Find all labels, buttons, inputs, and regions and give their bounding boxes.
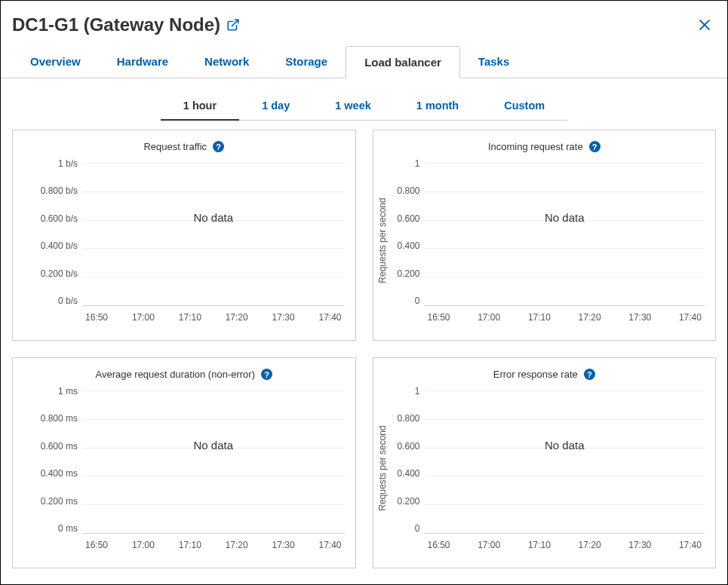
tab-storage[interactable]: Storage	[267, 46, 346, 78]
svg-line-0	[232, 20, 238, 26]
main-tabs: Overview Hardware Network Storage Load b…	[1, 46, 727, 78]
help-icon[interactable]: ?	[589, 141, 601, 152]
chart-incoming-request-rate: Incoming request rate ? Requests per sec…	[373, 130, 717, 341]
chart-title: Incoming request rate	[488, 141, 583, 152]
help-icon[interactable]: ?	[213, 141, 224, 152]
grid: No data	[82, 163, 345, 306]
y-tick: 0.400 ms	[34, 468, 78, 479]
x-tick: 17:40	[318, 540, 341, 550]
y-tick: 0.200 b/s	[34, 268, 78, 279]
x-axis-ticks: 16:50 17:00 17:10 17:20 17:30 17:40	[82, 540, 345, 550]
x-tick: 17:00	[478, 540, 500, 550]
chart-title: Request traffic	[143, 141, 207, 152]
range-1-day[interactable]: 1 day	[239, 92, 312, 120]
x-tick: 17:20	[226, 312, 248, 323]
external-link-icon[interactable]	[226, 18, 240, 32]
y-tick: 0	[398, 296, 420, 306]
x-tick: 17:40	[679, 312, 702, 323]
x-axis-ticks: 16:50 17:00 17:10 17:20 17:30 17:40	[425, 540, 705, 550]
x-tick: 17:10	[179, 540, 201, 550]
title-wrap: DC1-G1 (Gateway Node)	[12, 14, 240, 35]
x-tick: 16:50	[85, 540, 108, 550]
tab-network[interactable]: Network	[186, 46, 267, 78]
grid: No data	[425, 391, 705, 534]
y-axis-ticks: 1 0.800 0.600 0.400 0.200 0	[398, 158, 420, 306]
y-axis-ticks: 1 ms 0.800 ms 0.600 ms 0.400 ms 0.200 ms…	[34, 386, 78, 534]
y-tick: 0.800	[398, 413, 420, 424]
x-tick: 17:20	[579, 540, 601, 550]
x-tick: 17:20	[226, 540, 248, 550]
plot-area: 1 b/s 0.800 b/s 0.600 b/s 0.400 b/s 0.20…	[34, 158, 345, 323]
tab-hardware[interactable]: Hardware	[99, 46, 186, 78]
y-tick: 1 ms	[34, 386, 78, 397]
y-tick: 0.600 b/s	[34, 213, 78, 224]
y-tick: 0.800 ms	[34, 413, 78, 424]
chart-title: Error response rate	[493, 369, 578, 380]
y-axis-ticks: 1 b/s 0.800 b/s 0.600 b/s 0.400 b/s 0.20…	[34, 158, 78, 306]
x-tick: 16:50	[428, 540, 450, 550]
x-tick: 17:30	[628, 540, 651, 550]
x-axis-ticks: 16:50 17:00 17:10 17:20 17:30 17:40	[425, 312, 705, 323]
chart-error-response-rate: Error response rate ? Requests per secon…	[373, 357, 717, 568]
chart-request-traffic: Request traffic ? 1 b/s 0.800 b/s 0.600 …	[12, 130, 356, 341]
y-tick: 0	[398, 523, 420, 534]
x-tick: 17:00	[132, 540, 155, 550]
no-data-label: No data	[545, 439, 585, 452]
y-axis-label: Requests per second	[377, 425, 388, 510]
x-tick: 17:10	[528, 312, 551, 323]
x-tick: 16:50	[428, 312, 450, 323]
y-tick: 0.400	[398, 240, 420, 251]
close-icon[interactable]	[697, 17, 712, 32]
y-tick: 0.200	[398, 496, 420, 507]
x-tick: 17:30	[272, 312, 295, 323]
plot-area: Requests per second 1 0.800 0.600 0.400 …	[398, 386, 705, 550]
help-icon[interactable]: ?	[584, 369, 595, 380]
y-axis-ticks: 1 0.800 0.600 0.400 0.200 0	[398, 386, 420, 534]
tab-overview[interactable]: Overview	[12, 46, 99, 78]
y-tick: 1 b/s	[34, 158, 78, 169]
x-tick: 17:30	[628, 312, 651, 323]
chart-title: Average request duration (non-error)	[96, 369, 256, 380]
y-axis-label: Requests per second	[377, 198, 388, 283]
y-tick: 0 b/s	[34, 296, 78, 306]
charts-grid: Request traffic ? 1 b/s 0.800 b/s 0.600 …	[1, 121, 727, 580]
y-tick: 0.800	[398, 185, 420, 196]
no-data-label: No data	[193, 211, 233, 224]
x-tick: 17:20	[579, 312, 601, 323]
grid: No data	[82, 391, 345, 534]
y-tick: 0.800 b/s	[34, 185, 78, 196]
y-tick: 0.400	[398, 468, 420, 479]
y-tick: 1	[398, 386, 420, 397]
x-tick: 17:00	[132, 312, 155, 323]
chart-avg-request-duration: Average request duration (non-error) ? 1…	[12, 357, 356, 568]
page-title: DC1-G1 (Gateway Node)	[12, 14, 220, 35]
range-1-week[interactable]: 1 week	[312, 92, 394, 120]
x-tick: 17:10	[179, 312, 201, 323]
y-tick: 0.200	[398, 268, 420, 279]
x-tick: 16:50	[85, 312, 108, 323]
x-tick: 17:40	[318, 312, 341, 323]
y-tick: 0.200 ms	[34, 496, 78, 507]
y-tick: 0.600	[398, 213, 420, 224]
time-range-selector: 1 hour 1 day 1 week 1 month Custom	[1, 92, 727, 121]
y-tick: 0.600 ms	[34, 441, 78, 452]
tab-tasks[interactable]: Tasks	[460, 46, 527, 78]
x-tick: 17:00	[478, 312, 500, 323]
y-tick: 1	[398, 158, 420, 169]
page-header: DC1-G1 (Gateway Node)	[1, 1, 727, 41]
plot-area: 1 ms 0.800 ms 0.600 ms 0.400 ms 0.200 ms…	[34, 386, 345, 550]
y-tick: 0.400 b/s	[34, 240, 78, 251]
range-custom[interactable]: Custom	[481, 92, 567, 120]
tab-load-balancer[interactable]: Load balancer	[346, 46, 460, 78]
range-1-hour[interactable]: 1 hour	[161, 92, 239, 121]
x-tick: 17:10	[528, 540, 551, 550]
x-tick: 17:40	[679, 540, 702, 550]
range-1-month[interactable]: 1 month	[394, 92, 481, 120]
y-tick: 0.600	[398, 441, 420, 452]
x-tick: 17:30	[272, 540, 295, 550]
plot-area: Requests per second 1 0.800 0.600 0.400 …	[398, 158, 705, 323]
grid: No data	[425, 163, 705, 306]
x-axis-ticks: 16:50 17:00 17:10 17:20 17:30 17:40	[82, 312, 345, 323]
no-data-label: No data	[545, 211, 585, 224]
help-icon[interactable]: ?	[261, 369, 272, 380]
